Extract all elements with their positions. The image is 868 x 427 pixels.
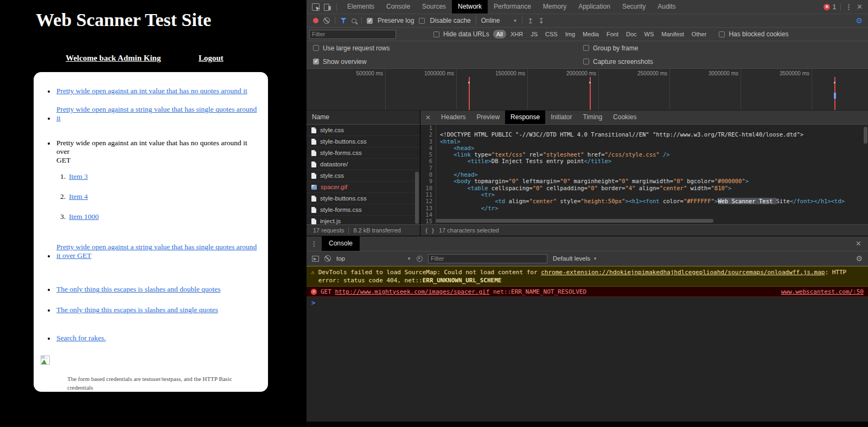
devtools-menu-icon[interactable]: ⋮ (845, 3, 852, 11)
item-link[interactable]: Item 1000 (69, 212, 99, 221)
item-link[interactable]: it over GET (56, 251, 91, 260)
capture-screenshots-checkbox[interactable] (583, 59, 589, 64)
vertical-scrollbar[interactable] (864, 127, 867, 144)
request-list-scrollbar[interactable] (415, 172, 419, 224)
item-link[interactable]: Pretty wide open against a string value … (56, 105, 257, 114)
tab-audits[interactable]: Audits (652, 0, 681, 14)
logout-link[interactable]: Logout (199, 54, 224, 63)
tab-performance[interactable]: Performance (488, 0, 537, 14)
filter-chip-img[interactable]: Img (562, 30, 578, 38)
import-har-icon[interactable]: ↥ (527, 17, 533, 24)
error-icon: ✕ (311, 289, 317, 295)
blocked-cookies-checkbox[interactable] (719, 31, 725, 37)
clear-button[interactable] (323, 17, 330, 24)
item-link[interactable]: it (56, 114, 61, 122)
item-link[interactable]: Item 3 (69, 172, 88, 181)
filter-toggle-icon[interactable] (340, 18, 347, 24)
error-source-link[interactable]: www.webscantest.com/:50 (781, 288, 864, 296)
filter-chip-ws[interactable]: WS (641, 30, 658, 38)
ordered-list-item: 1.Item 3 (59, 172, 268, 181)
console-sidebar-icon[interactable]: ▶ (312, 256, 319, 262)
request-list-pane: Name style.cssstyle-buttons.cssstyle-for… (307, 111, 420, 224)
tab-network[interactable]: Network (452, 0, 488, 14)
tab-console[interactable]: Console (322, 236, 360, 251)
format-code-icon[interactable]: { } (425, 228, 435, 234)
item-link[interactable]: The only thing this escapes is slashes a… (56, 306, 218, 314)
request-row[interactable]: style-forms.css (307, 147, 420, 159)
large-rows-checkbox[interactable] (313, 45, 319, 51)
devtools-close-icon[interactable]: ✕ (857, 3, 863, 11)
drawer-menu-icon[interactable]: ⋮ (307, 240, 322, 248)
group-by-frame-checkbox[interactable] (583, 45, 589, 51)
filter-chip-font[interactable]: Font (603, 30, 622, 38)
filter-chip-js[interactable]: JS (527, 30, 541, 38)
detail-tab-headers[interactable]: Headers (436, 111, 471, 124)
clear-console-icon[interactable] (324, 255, 331, 262)
error-count-badge[interactable]: ✕ 1 (824, 3, 836, 11)
detail-tab-preview[interactable]: Preview (471, 111, 505, 124)
sourcemap-link[interactable]: chrome-extension://hdokiejnpimakedhajhdl… (541, 269, 825, 276)
item-link[interactable]: Pretty wide open against an int value th… (56, 87, 247, 95)
live-expression-eye-icon[interactable] (417, 256, 423, 262)
request-row[interactable]: spacer.gif (307, 182, 420, 193)
item-link[interactable]: Item 4 (69, 192, 88, 201)
response-code-view[interactable]: 12<!DOCTYPE HTML PUBLIC "-//W3C//DTD HTM… (420, 125, 868, 224)
disable-cache-checkbox[interactable] (419, 18, 425, 24)
item-link[interactable]: The only thing this escapes is slashes a… (56, 285, 221, 294)
console-filter-input[interactable] (428, 254, 547, 263)
filter-chip-xhr[interactable]: XHR (507, 30, 526, 38)
tab-memory[interactable]: Memory (537, 0, 572, 14)
filter-chip-media[interactable]: Media (579, 30, 602, 38)
network-overview-timeline[interactable]: 500000 ms1000000 ms1500000 ms2000000 ms2… (307, 68, 868, 111)
tab-application[interactable]: Application (572, 0, 616, 14)
throttling-select[interactable]: Online ▼ (481, 17, 518, 24)
request-row[interactable]: datastore/ (307, 159, 420, 170)
bullet-icon (48, 118, 50, 120)
console-prompt[interactable]: > (307, 297, 868, 307)
console-settings-gear-icon[interactable]: ⚙ (856, 255, 868, 262)
device-toolbar-icon[interactable] (324, 4, 331, 10)
show-overview-checkbox[interactable] (313, 59, 319, 64)
search-icon[interactable] (352, 18, 356, 23)
export-har-icon[interactable]: ↧ (538, 17, 544, 24)
request-row[interactable]: style.css (307, 125, 420, 136)
request-row[interactable]: style-forms.css (307, 204, 420, 216)
close-drawer-icon[interactable]: ✕ (856, 240, 868, 248)
name-column-header[interactable]: Name (307, 111, 420, 125)
detail-tab-timing[interactable]: Timing (578, 111, 608, 124)
horizontal-scrollbar[interactable] (436, 219, 713, 223)
item-link[interactable]: Pretty wide open against a string value … (56, 243, 257, 251)
request-type-filters: AllXHRJSCSSImgMediaFontDocWSManifestOthe… (493, 30, 710, 38)
welcome-link[interactable]: Welcome back Admin King (66, 54, 161, 63)
request-row[interactable]: style-buttons.css (307, 136, 420, 147)
network-settings-gear-icon[interactable]: ⚙ (856, 17, 868, 24)
close-detail-icon[interactable]: ✕ (420, 114, 436, 121)
tab-security[interactable]: Security (616, 0, 652, 14)
inspect-element-icon[interactable] (312, 3, 320, 11)
request-row[interactable]: style-buttons.css (307, 193, 420, 204)
filter-chip-css[interactable]: CSS (542, 30, 561, 38)
filter-chip-doc[interactable]: Doc (623, 30, 640, 38)
execution-context-select[interactable]: top ▼ (336, 255, 411, 262)
filter-chip-other[interactable]: Other (688, 30, 710, 38)
failed-request-link[interactable]: http://www.mightyseek.com/images/spacer.… (335, 288, 490, 295)
list-item: The only thing this escapes is slashes a… (34, 306, 268, 314)
request-row[interactable]: style.css (307, 170, 420, 182)
request-row[interactable]: inject.js (307, 216, 420, 227)
detail-tab-initiator[interactable]: Initiator (545, 111, 577, 124)
hide-data-urls-checkbox[interactable] (433, 31, 439, 37)
item-link[interactable]: Search for rakes. (56, 334, 106, 342)
list-item: Pretty wide open against a string value … (34, 105, 268, 122)
tab-console[interactable]: Console (380, 0, 416, 14)
detail-tab-response[interactable]: Response (505, 111, 545, 124)
tab-sources[interactable]: Sources (416, 0, 452, 14)
log-levels-select[interactable]: Default levels ▼ (553, 255, 597, 262)
filter-chip-all[interactable]: All (493, 30, 506, 38)
tab-elements[interactable]: Elements (341, 0, 380, 14)
preserve-log-checkbox[interactable] (367, 18, 373, 24)
network-filter-input[interactable] (309, 30, 396, 39)
filter-chip-manifest[interactable]: Manifest (658, 30, 687, 38)
record-button[interactable] (313, 18, 318, 23)
detail-tab-cookies[interactable]: Cookies (608, 111, 642, 124)
credentials-note: The form based credentials are testuser/… (67, 374, 237, 392)
